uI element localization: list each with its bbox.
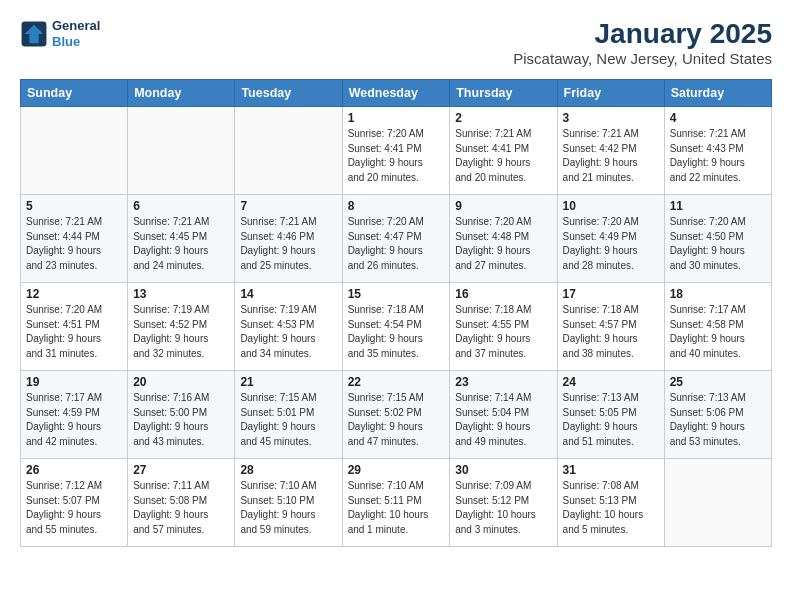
- day-number: 24: [563, 375, 659, 389]
- calendar-cell: 12Sunrise: 7:20 AM Sunset: 4:51 PM Dayli…: [21, 283, 128, 371]
- calendar-cell: [664, 459, 771, 547]
- calendar-subtitle: Piscataway, New Jersey, United States: [513, 50, 772, 67]
- day-number: 3: [563, 111, 659, 125]
- day-info: Sunrise: 7:21 AM Sunset: 4:42 PM Dayligh…: [563, 127, 659, 185]
- day-info: Sunrise: 7:20 AM Sunset: 4:48 PM Dayligh…: [455, 215, 551, 273]
- day-info: Sunrise: 7:10 AM Sunset: 5:11 PM Dayligh…: [348, 479, 445, 537]
- calendar-cell: 3Sunrise: 7:21 AM Sunset: 4:42 PM Daylig…: [557, 107, 664, 195]
- calendar-cell: 19Sunrise: 7:17 AM Sunset: 4:59 PM Dayli…: [21, 371, 128, 459]
- calendar-header-row: SundayMondayTuesdayWednesdayThursdayFrid…: [21, 80, 772, 107]
- day-info: Sunrise: 7:15 AM Sunset: 5:02 PM Dayligh…: [348, 391, 445, 449]
- calendar-cell: 25Sunrise: 7:13 AM Sunset: 5:06 PM Dayli…: [664, 371, 771, 459]
- calendar-cell: 5Sunrise: 7:21 AM Sunset: 4:44 PM Daylig…: [21, 195, 128, 283]
- day-number: 20: [133, 375, 229, 389]
- day-info: Sunrise: 7:21 AM Sunset: 4:41 PM Dayligh…: [455, 127, 551, 185]
- day-number: 14: [240, 287, 336, 301]
- calendar-cell: 21Sunrise: 7:15 AM Sunset: 5:01 PM Dayli…: [235, 371, 342, 459]
- day-number: 9: [455, 199, 551, 213]
- calendar-cell: 8Sunrise: 7:20 AM Sunset: 4:47 PM Daylig…: [342, 195, 450, 283]
- calendar-cell: 20Sunrise: 7:16 AM Sunset: 5:00 PM Dayli…: [128, 371, 235, 459]
- day-number: 4: [670, 111, 766, 125]
- logo: General Blue: [20, 18, 100, 49]
- calendar-cell: 28Sunrise: 7:10 AM Sunset: 5:10 PM Dayli…: [235, 459, 342, 547]
- calendar-cell: 11Sunrise: 7:20 AM Sunset: 4:50 PM Dayli…: [664, 195, 771, 283]
- day-info: Sunrise: 7:12 AM Sunset: 5:07 PM Dayligh…: [26, 479, 122, 537]
- day-number: 12: [26, 287, 122, 301]
- calendar-cell: 24Sunrise: 7:13 AM Sunset: 5:05 PM Dayli…: [557, 371, 664, 459]
- day-number: 17: [563, 287, 659, 301]
- col-header-wednesday: Wednesday: [342, 80, 450, 107]
- calendar-cell: 6Sunrise: 7:21 AM Sunset: 4:45 PM Daylig…: [128, 195, 235, 283]
- day-info: Sunrise: 7:20 AM Sunset: 4:50 PM Dayligh…: [670, 215, 766, 273]
- day-number: 29: [348, 463, 445, 477]
- day-info: Sunrise: 7:20 AM Sunset: 4:41 PM Dayligh…: [348, 127, 445, 185]
- day-number: 7: [240, 199, 336, 213]
- calendar-cell: 15Sunrise: 7:18 AM Sunset: 4:54 PM Dayli…: [342, 283, 450, 371]
- week-row-1: 1Sunrise: 7:20 AM Sunset: 4:41 PM Daylig…: [21, 107, 772, 195]
- calendar-cell: [128, 107, 235, 195]
- day-info: Sunrise: 7:08 AM Sunset: 5:13 PM Dayligh…: [563, 479, 659, 537]
- week-row-2: 5Sunrise: 7:21 AM Sunset: 4:44 PM Daylig…: [21, 195, 772, 283]
- day-info: Sunrise: 7:09 AM Sunset: 5:12 PM Dayligh…: [455, 479, 551, 537]
- day-info: Sunrise: 7:16 AM Sunset: 5:00 PM Dayligh…: [133, 391, 229, 449]
- calendar-cell: 7Sunrise: 7:21 AM Sunset: 4:46 PM Daylig…: [235, 195, 342, 283]
- day-number: 22: [348, 375, 445, 389]
- day-number: 8: [348, 199, 445, 213]
- day-number: 2: [455, 111, 551, 125]
- calendar-cell: 14Sunrise: 7:19 AM Sunset: 4:53 PM Dayli…: [235, 283, 342, 371]
- calendar-cell: 30Sunrise: 7:09 AM Sunset: 5:12 PM Dayli…: [450, 459, 557, 547]
- calendar-cell: 2Sunrise: 7:21 AM Sunset: 4:41 PM Daylig…: [450, 107, 557, 195]
- calendar-cell: 1Sunrise: 7:20 AM Sunset: 4:41 PM Daylig…: [342, 107, 450, 195]
- col-header-tuesday: Tuesday: [235, 80, 342, 107]
- calendar-cell: 27Sunrise: 7:11 AM Sunset: 5:08 PM Dayli…: [128, 459, 235, 547]
- day-info: Sunrise: 7:15 AM Sunset: 5:01 PM Dayligh…: [240, 391, 336, 449]
- header: General Blue January 2025 Piscataway, Ne…: [20, 18, 772, 67]
- page: General Blue January 2025 Piscataway, Ne…: [0, 0, 792, 565]
- calendar-cell: [21, 107, 128, 195]
- day-info: Sunrise: 7:21 AM Sunset: 4:44 PM Dayligh…: [26, 215, 122, 273]
- day-number: 13: [133, 287, 229, 301]
- title-block: January 2025 Piscataway, New Jersey, Uni…: [513, 18, 772, 67]
- calendar-cell: [235, 107, 342, 195]
- day-number: 11: [670, 199, 766, 213]
- calendar-cell: 13Sunrise: 7:19 AM Sunset: 4:52 PM Dayli…: [128, 283, 235, 371]
- day-number: 16: [455, 287, 551, 301]
- day-number: 19: [26, 375, 122, 389]
- week-row-4: 19Sunrise: 7:17 AM Sunset: 4:59 PM Dayli…: [21, 371, 772, 459]
- calendar-cell: 22Sunrise: 7:15 AM Sunset: 5:02 PM Dayli…: [342, 371, 450, 459]
- logo-line1: General: [52, 18, 100, 34]
- day-info: Sunrise: 7:13 AM Sunset: 5:05 PM Dayligh…: [563, 391, 659, 449]
- col-header-monday: Monday: [128, 80, 235, 107]
- day-number: 6: [133, 199, 229, 213]
- day-info: Sunrise: 7:19 AM Sunset: 4:53 PM Dayligh…: [240, 303, 336, 361]
- day-number: 25: [670, 375, 766, 389]
- day-info: Sunrise: 7:13 AM Sunset: 5:06 PM Dayligh…: [670, 391, 766, 449]
- logo-text: General Blue: [52, 18, 100, 49]
- day-number: 31: [563, 463, 659, 477]
- col-header-thursday: Thursday: [450, 80, 557, 107]
- day-number: 18: [670, 287, 766, 301]
- calendar-cell: 31Sunrise: 7:08 AM Sunset: 5:13 PM Dayli…: [557, 459, 664, 547]
- day-info: Sunrise: 7:11 AM Sunset: 5:08 PM Dayligh…: [133, 479, 229, 537]
- day-number: 21: [240, 375, 336, 389]
- day-number: 15: [348, 287, 445, 301]
- day-info: Sunrise: 7:10 AM Sunset: 5:10 PM Dayligh…: [240, 479, 336, 537]
- col-header-sunday: Sunday: [21, 80, 128, 107]
- col-header-saturday: Saturday: [664, 80, 771, 107]
- day-number: 27: [133, 463, 229, 477]
- day-info: Sunrise: 7:21 AM Sunset: 4:45 PM Dayligh…: [133, 215, 229, 273]
- calendar-cell: 4Sunrise: 7:21 AM Sunset: 4:43 PM Daylig…: [664, 107, 771, 195]
- day-info: Sunrise: 7:18 AM Sunset: 4:55 PM Dayligh…: [455, 303, 551, 361]
- day-info: Sunrise: 7:21 AM Sunset: 4:43 PM Dayligh…: [670, 127, 766, 185]
- day-info: Sunrise: 7:20 AM Sunset: 4:51 PM Dayligh…: [26, 303, 122, 361]
- day-info: Sunrise: 7:21 AM Sunset: 4:46 PM Dayligh…: [240, 215, 336, 273]
- day-info: Sunrise: 7:18 AM Sunset: 4:57 PM Dayligh…: [563, 303, 659, 361]
- col-header-friday: Friday: [557, 80, 664, 107]
- calendar-cell: 17Sunrise: 7:18 AM Sunset: 4:57 PM Dayli…: [557, 283, 664, 371]
- calendar-title: January 2025: [513, 18, 772, 50]
- day-info: Sunrise: 7:17 AM Sunset: 4:59 PM Dayligh…: [26, 391, 122, 449]
- week-row-5: 26Sunrise: 7:12 AM Sunset: 5:07 PM Dayli…: [21, 459, 772, 547]
- calendar-cell: 18Sunrise: 7:17 AM Sunset: 4:58 PM Dayli…: [664, 283, 771, 371]
- day-info: Sunrise: 7:20 AM Sunset: 4:49 PM Dayligh…: [563, 215, 659, 273]
- calendar-table: SundayMondayTuesdayWednesdayThursdayFrid…: [20, 79, 772, 547]
